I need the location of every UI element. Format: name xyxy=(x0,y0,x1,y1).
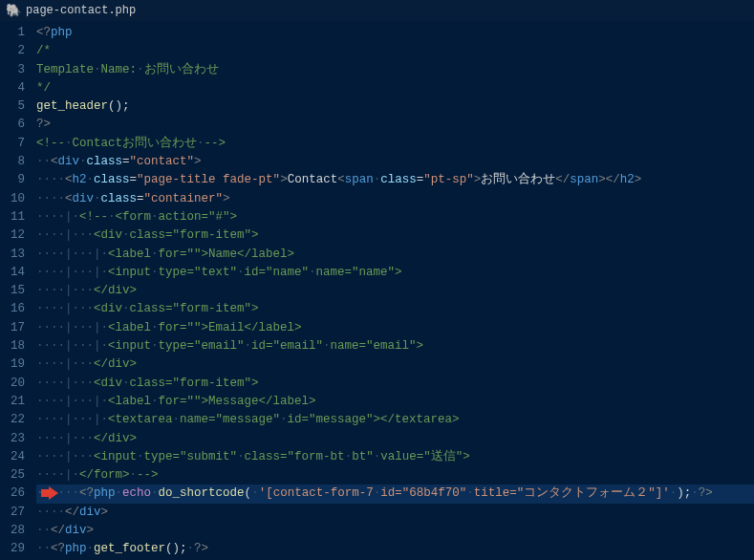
code-token: < xyxy=(65,192,73,205)
code-token: echo xyxy=(122,486,151,500)
code-line[interactable]: get_header(); xyxy=(36,97,754,116)
code-token: type="submit" xyxy=(144,450,238,463)
code-token: </div> xyxy=(94,432,137,445)
code-token: · xyxy=(65,137,73,150)
code-line[interactable]: ?> xyxy=(36,116,754,134)
code-token: ····|···|· xyxy=(36,266,108,279)
code-token: </div> xyxy=(94,357,137,371)
code-token: <label xyxy=(108,248,151,261)
code-line[interactable]: ····|···|·<label·for="">Email</label> xyxy=(36,319,754,337)
code-token: ····|··· xyxy=(36,377,94,390)
code-token: <input xyxy=(94,450,137,463)
code-line[interactable]: ······<?php·echo·do_shortcode(·'[contact… xyxy=(36,485,754,503)
code-token: <!-- xyxy=(79,210,108,224)
code-token: · xyxy=(280,413,288,426)
line-number: 14 xyxy=(0,264,25,282)
tab-bar: 🐘 page-contact.php xyxy=(0,0,754,21)
code-token: <div xyxy=(94,302,122,315)
code-token: class="form-item"> xyxy=(130,377,259,390)
tab-filename: page-contact.php xyxy=(26,4,136,17)
code-line[interactable]: ····|···<div·class="form-item"> xyxy=(36,375,754,393)
code-token: class="form-bt xyxy=(245,450,345,463)
code-line[interactable]: ····|···|·<label·for="">Name</label> xyxy=(36,246,754,264)
code-token: /* xyxy=(36,44,51,57)
code-token: · xyxy=(151,321,159,334)
code-token: type="email" xyxy=(159,339,245,353)
code-token: Name: xyxy=(101,63,138,76)
code-line[interactable]: ····|···|·<label·for="">Message</label> xyxy=(36,393,754,411)
line-number: 6 xyxy=(0,116,25,134)
code-area[interactable]: <?php/*Template·Name:·お問い合わせ*/get_header… xyxy=(36,21,754,560)
code-token: ···· xyxy=(36,192,65,205)
code-token: · xyxy=(122,302,130,315)
code-token: php xyxy=(94,486,116,500)
code-token: id="name" xyxy=(245,266,310,279)
code-token: Contact xyxy=(288,173,338,186)
code-token: = xyxy=(137,192,144,205)
code-token: · xyxy=(187,542,195,555)
line-number: 22 xyxy=(0,411,25,429)
code-line[interactable]: ····|···|·<input·type="text"·id="name"·n… xyxy=(36,264,754,282)
code-line[interactable]: ··</div> xyxy=(36,522,754,540)
code-token: · xyxy=(151,210,159,224)
code-line[interactable]: ····|·<!--·<form·action="#"> xyxy=(36,208,754,226)
code-token: (); xyxy=(165,542,187,555)
code-token: · xyxy=(151,248,159,261)
code-token: id="email" xyxy=(251,339,323,353)
code-line[interactable]: ····|···<div·class="form-item"> xyxy=(36,300,754,318)
code-line[interactable]: ····|···<input·type="submit"·class="form… xyxy=(36,448,754,466)
code-line[interactable]: /* xyxy=(36,42,754,60)
code-line[interactable]: ····|···|·<input·type="email"·id="email"… xyxy=(36,337,754,355)
code-token: ····|···|· xyxy=(36,339,108,353)
code-line[interactable]: ··<?php·get_footer();·?> xyxy=(36,540,754,558)
code-token: · xyxy=(87,542,95,555)
code-line[interactable]: ····<h2·class="page-title fade-pt">Conta… xyxy=(36,171,754,189)
code-token: · xyxy=(137,450,144,463)
code-line[interactable]: <?php xyxy=(36,24,754,42)
code-token: id="68b4f70" xyxy=(380,486,466,500)
line-number: 25 xyxy=(0,466,25,485)
php-icon: 🐘 xyxy=(6,3,21,18)
code-line[interactable]: ····|···|·<textarea·name="message"·id="m… xyxy=(36,411,754,429)
code-token: · xyxy=(691,486,699,500)
code-token: > xyxy=(223,192,230,205)
line-number: 15 xyxy=(0,282,25,300)
code-line[interactable]: ····|···</div> xyxy=(36,282,754,300)
line-number: 4 xyxy=(0,79,25,97)
code-line[interactable]: ····|···<div·class="form-item"> xyxy=(36,226,754,245)
code-token: div xyxy=(73,192,95,205)
code-token: · xyxy=(173,413,181,426)
code-token: · xyxy=(151,339,159,353)
code-line[interactable]: ····</div> xyxy=(36,504,754,522)
line-number: 16 xyxy=(0,300,25,318)
code-line[interactable]: ····<div·class="container"> xyxy=(36,190,754,208)
code-line[interactable]: Template·Name:·お問い合わせ xyxy=(36,61,754,79)
line-number: 5 xyxy=(0,97,25,116)
code-line[interactable]: ····|···</div> xyxy=(36,355,754,374)
editor-tab[interactable]: 🐘 page-contact.php xyxy=(6,3,136,18)
code-token: class xyxy=(101,192,138,205)
code-line[interactable]: */ xyxy=(36,79,754,97)
line-number: 18 xyxy=(0,337,25,355)
line-number: 17 xyxy=(0,319,25,337)
code-token: Contactお問い合わせ xyxy=(73,137,198,150)
code-token: ); xyxy=(677,486,691,500)
code-editor[interactable]: 1234567891011121314151617181920212223242… xyxy=(0,21,754,560)
code-token: ( xyxy=(245,486,252,500)
code-token: do_shortcode xyxy=(159,486,245,500)
code-line[interactable]: ····|···</div> xyxy=(36,430,754,448)
highlight-arrow-icon xyxy=(49,486,58,500)
code-line[interactable]: ··<div·class="contact"> xyxy=(36,153,754,171)
code-token: Template xyxy=(36,63,94,76)
code-token: · xyxy=(116,486,123,500)
code-token: name="name"> xyxy=(316,266,402,279)
code-line[interactable]: ····|·</form>·--> xyxy=(36,466,754,485)
line-number: 2 xyxy=(0,42,25,60)
code-token: < xyxy=(65,173,73,186)
line-number: 29 xyxy=(0,540,25,558)
code-line[interactable]: <!--·Contactお問い合わせ·--> xyxy=(36,135,754,153)
line-number: 8 xyxy=(0,153,25,171)
code-token: ····|···|· xyxy=(36,413,108,426)
code-token: ·· xyxy=(36,155,51,168)
code-token: id="message"></textarea> xyxy=(288,413,460,426)
